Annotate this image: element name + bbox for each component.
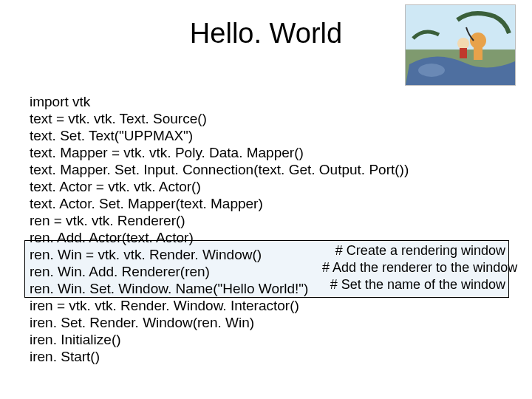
code-line: text. Set. Text("UPPMAX") [30, 127, 409, 144]
code-comments: # Create a rendering window # Add the re… [322, 242, 505, 293]
comment-line: # Create a rendering window [322, 242, 505, 259]
svg-point-3 [470, 33, 486, 49]
code-line: iren. Set. Render. Window(ren. Win) [30, 314, 409, 331]
code-line: iren = vtk. vtk. Render. Window. Interac… [30, 297, 409, 314]
code-line: text. Mapper. Set. Input. Connection(tex… [30, 161, 409, 178]
decorative-image [405, 4, 516, 86]
svg-point-5 [457, 38, 469, 50]
svg-point-2 [418, 64, 445, 77]
code-line: text = vtk. vtk. Text. Source() [30, 110, 409, 127]
code-line: text. Actor. Set. Mapper(text. Mapper) [30, 195, 409, 212]
comment-line: # Set the name of the window [322, 276, 505, 293]
comment-line: # Add the renderer to the window [322, 259, 505, 276]
code-line: iren. Start() [30, 348, 409, 365]
code-block: import vtk text = vtk. vtk. Text. Source… [30, 93, 409, 365]
svg-rect-6 [460, 48, 467, 58]
calvin-hobbes-icon [406, 5, 515, 85]
svg-rect-4 [474, 47, 482, 60]
code-line: text. Mapper = vtk. vtk. Poly. Data. Map… [30, 144, 409, 161]
code-line: text. Actor = vtk. vtk. Actor() [30, 178, 409, 195]
code-line: ren = vtk. vtk. Renderer() [30, 212, 409, 229]
code-line: iren. Initialize() [30, 331, 409, 348]
code-line: import vtk [30, 93, 409, 110]
